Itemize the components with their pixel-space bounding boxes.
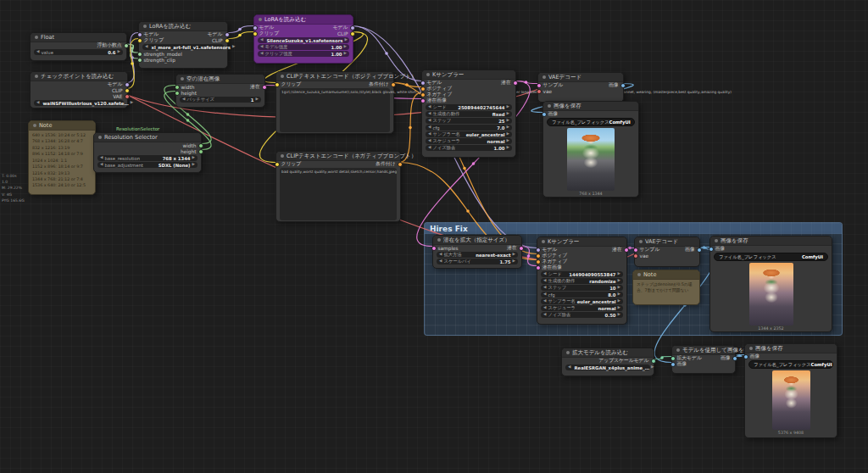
increment-arrow-icon[interactable]: ▶ — [651, 365, 654, 370]
output-slot-dot[interactable] — [125, 94, 130, 99]
input-slot[interactable]: samples — [437, 246, 459, 251]
input-slot[interactable]: height — [180, 91, 197, 96]
input-slot[interactable]: 画像 — [748, 353, 760, 360]
increment-arrow-icon[interactable]: ▶ — [507, 125, 509, 130]
widget-row[interactable]: ◀バッチサイズ1▶ — [180, 97, 261, 103]
input-slot-dot[interactable] — [420, 98, 426, 103]
output-slot-dot[interactable] — [732, 356, 737, 361]
decrement-arrow-icon[interactable]: ◀ — [543, 272, 546, 276]
decrement-arrow-icon[interactable]: ◀ — [428, 119, 431, 123]
input-slot[interactable]: 画像 — [676, 360, 687, 368]
widget-row[interactable]: ◀サンプラー名euler_ancestral▶ — [541, 298, 623, 304]
collapse-toggle-icon[interactable] — [637, 273, 641, 276]
node-load-lora-1[interactable]: LoRAを読み込むモデルモデルクリップCLIP◀lora_namexl_more… — [138, 21, 228, 69]
widget-row[interactable]: ◀ステップ10▶ — [541, 285, 623, 291]
node-vae-decode-1[interactable]: VAEデコードサンプル画像vae — [537, 72, 624, 103]
collapse-toggle-icon[interactable] — [281, 154, 284, 158]
input-slot-dot[interactable] — [420, 81, 426, 86]
output-slot-dot[interactable] — [124, 43, 129, 48]
input-slot-dot[interactable] — [536, 253, 541, 259]
output-slot[interactable]: 潜在 — [507, 244, 518, 252]
increment-arrow-icon[interactable]: ▶ — [507, 132, 509, 136]
collapse-toggle-icon[interactable] — [542, 240, 545, 243]
node-load-lora-2[interactable]: LoRAを読み込むモデルモデルクリップCLIP◀lora_nameSilence… — [253, 14, 353, 64]
node-resolution-selector[interactable]: ResolutionSelectorResolution Selectorwid… — [93, 132, 202, 173]
decrement-arrow-icon[interactable]: ◀ — [428, 125, 431, 130]
node-save-image-3[interactable]: 画像を保存画像ファイル名_プレフィックスComfyUI5376 x 9408 — [744, 343, 837, 438]
output-slot[interactable]: VAE — [113, 94, 124, 99]
output-slot-dot[interactable] — [225, 32, 230, 37]
widget-row[interactable]: ◀lora_nameSilenceSuzuka_v1.safetensors▶ — [258, 37, 349, 43]
decrement-arrow-icon[interactable]: ◀ — [428, 139, 431, 143]
input-slot[interactable]: 潜在画像 — [541, 264, 562, 271]
decrement-arrow-icon[interactable]: ◀ — [145, 45, 147, 49]
prompt-textarea[interactable]: bad quality,worst quality,worst detail,s… — [280, 168, 397, 220]
widget-row[interactable]: ◀シード250894402745644▶ — [426, 104, 512, 110]
decrement-arrow-icon[interactable]: ◀ — [100, 163, 103, 167]
increment-arrow-icon[interactable]: ▶ — [618, 299, 620, 303]
increment-arrow-icon[interactable]: ▶ — [344, 52, 347, 56]
increment-arrow-icon[interactable]: ▶ — [618, 306, 620, 310]
increment-arrow-icon[interactable]: ▶ — [618, 272, 620, 276]
increment-arrow-icon[interactable]: ▶ — [256, 97, 259, 102]
output-slot-dot[interactable] — [198, 143, 203, 148]
input-slot-dot[interactable] — [275, 162, 280, 167]
input-slot-dot[interactable] — [536, 265, 541, 270]
decrement-arrow-icon[interactable]: ◀ — [100, 156, 103, 160]
collapse-toggle-icon[interactable] — [181, 77, 184, 81]
output-slot[interactable]: 条件付け — [369, 81, 390, 88]
output-slot-dot[interactable] — [697, 248, 702, 253]
increment-arrow-icon[interactable]: ▶ — [232, 45, 235, 49]
increment-arrow-icon[interactable]: ▶ — [513, 253, 515, 257]
input-slot-dot[interactable] — [431, 246, 437, 251]
increment-arrow-icon[interactable]: ▶ — [507, 139, 509, 143]
decrement-arrow-icon[interactable]: ◀ — [568, 365, 570, 370]
increment-arrow-icon[interactable]: ▶ — [618, 292, 620, 297]
increment-arrow-icon[interactable]: ▶ — [344, 38, 347, 42]
increment-arrow-icon[interactable]: ▶ — [118, 50, 120, 54]
increment-arrow-icon[interactable]: ▶ — [618, 313, 620, 317]
input-slot[interactable]: strength_clip — [142, 58, 175, 63]
collapse-toggle-icon[interactable] — [542, 75, 546, 79]
collapse-toggle-icon[interactable] — [98, 136, 102, 139]
widget-row[interactable]: ◀base_resolution768 x 1344▶ — [97, 155, 198, 161]
widget-row[interactable]: ◀スケジューラnormal▶ — [426, 138, 512, 144]
filename-prefix-widget[interactable]: ファイル名_プレフィックスComfyUI — [714, 253, 828, 261]
decrement-arrow-icon[interactable]: ◀ — [182, 97, 185, 102]
input-slot[interactable]: 画像 — [547, 110, 558, 118]
group-header[interactable]: Hires Fix — [425, 223, 842, 234]
widget-row[interactable]: ◀cfg7.0▶ — [426, 125, 512, 131]
output-slot[interactable]: CLIP — [112, 88, 124, 93]
decrement-arrow-icon[interactable]: ◀ — [260, 38, 263, 42]
output-slot[interactable]: CLIP — [337, 31, 349, 36]
widget-row[interactable]: ◀ノイズ除去1.00▶ — [426, 145, 512, 151]
input-slot-dot[interactable] — [536, 248, 541, 253]
filename-prefix-widget[interactable]: ファイル名_プレフィックスComfyUI — [748, 360, 833, 369]
input-slot[interactable]: クリップ — [280, 81, 301, 88]
widget-row[interactable]: ◀クリップ強度1.00▶ — [258, 51, 349, 57]
input-slot-dot[interactable] — [253, 25, 258, 31]
collapse-toggle-icon[interactable] — [143, 25, 147, 28]
input-slot[interactable]: vae — [542, 89, 552, 94]
widget-row[interactable]: ◀スケールバイ1.75▶ — [437, 259, 518, 264]
widget-row[interactable]: ◀スケジューラnormal▶ — [541, 305, 623, 311]
node-ksampler-1[interactable]: Kサンプラーモデル潜在ポジティブネガティブ潜在画像◀シード25089440274… — [421, 70, 516, 158]
node-graph-canvas[interactable]: Hires FixFloat浮動小数点◀value0.6▶LoRAを読み込むモデ… — [0, 0, 868, 473]
decrement-arrow-icon[interactable]: ◀ — [543, 286, 546, 290]
widget-row[interactable]: ◀ckpt名waiNSFWIllustrious_v120.safete…▶ — [34, 100, 124, 106]
decrement-arrow-icon[interactable]: ◀ — [543, 292, 546, 297]
collapse-toggle-icon[interactable] — [437, 238, 441, 242]
decrement-arrow-icon[interactable]: ◀ — [439, 259, 442, 264]
input-slot-dot[interactable] — [537, 83, 542, 88]
node-save-image-2[interactable]: 画像を保存画像ファイル名_プレフィックスComfyUI1344 x 2352 — [709, 236, 832, 332]
increment-arrow-icon[interactable]: ▶ — [131, 101, 133, 105]
increment-arrow-icon[interactable]: ▶ — [618, 279, 620, 283]
collapse-toggle-icon[interactable] — [548, 104, 551, 108]
output-slot-dot[interactable] — [620, 83, 626, 88]
widget-row[interactable]: ◀モデル強度1.00▶ — [258, 44, 349, 50]
input-slot[interactable]: クリップ — [142, 36, 164, 44]
input-slot-dot[interactable] — [175, 91, 180, 96]
node-float[interactable]: Float浮動小数点◀value0.6▶ — [30, 32, 127, 61]
widget-row[interactable]: ◀拡大方法nearest-exact▶ — [437, 252, 518, 258]
input-slot-dot[interactable] — [537, 89, 542, 94]
